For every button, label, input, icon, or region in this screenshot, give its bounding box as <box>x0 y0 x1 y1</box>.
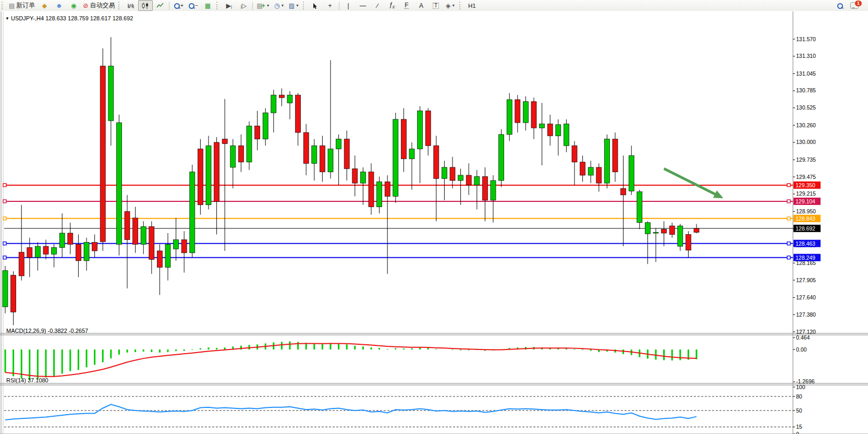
autotrade-button[interactable]: ⊘ 自动交易 <box>81 0 117 11</box>
search-button[interactable] <box>833 0 847 11</box>
new-order-icon: ▤ <box>9 3 15 9</box>
cursor-icon <box>312 3 319 9</box>
notifications-button[interactable]: 1 <box>847 0 862 11</box>
svg-text:131.310: 131.310 <box>796 53 816 59</box>
svg-text:130.525: 130.525 <box>796 104 816 111</box>
svg-text:50: 50 <box>796 407 802 414</box>
dropdown-arrow-icon: ▼ <box>280 4 284 7</box>
svg-text:100: 100 <box>796 384 805 390</box>
dropdown-arrow-icon: ▼ <box>266 4 270 7</box>
ohlc-values: 128.633 128.759 128.617 128.692 <box>45 15 133 21</box>
crosshair-button[interactable]: + <box>323 0 337 11</box>
line-chart-icon <box>156 3 164 9</box>
fibonacci-button[interactable]: F <box>399 0 414 11</box>
text-label-icon: T <box>433 3 439 9</box>
trendline-button[interactable]: ∕ <box>370 0 385 11</box>
svg-text:131.570: 131.570 <box>796 36 816 42</box>
zoom-out-button[interactable]: − <box>186 0 200 11</box>
fibonacci-icon: F <box>405 2 408 9</box>
channel-icon: ƒE <box>389 2 395 9</box>
svg-text:128.463: 128.463 <box>796 240 815 247</box>
zoom-in-icon <box>174 3 180 9</box>
vertical-line-button[interactable]: | <box>341 0 356 11</box>
template-icon: ▨ <box>289 3 295 9</box>
signals-button[interactable]: ◉ <box>66 0 81 11</box>
community-button[interactable]: ☻ <box>52 0 66 11</box>
svg-text:127.640: 127.640 <box>796 294 816 300</box>
rsi-indicator-label: RSI(14) 37.1080 <box>6 377 48 383</box>
toolbar-grip[interactable] <box>303 2 307 9</box>
crosshair-icon: + <box>328 3 332 9</box>
line-chart-mode-button[interactable] <box>153 0 167 11</box>
bar-chart-icon <box>127 3 135 9</box>
chat-bubble-icon: 1 <box>850 2 859 9</box>
symbol-period-label: USDJPY-,H4 <box>11 15 44 21</box>
cursor-button[interactable] <box>308 0 323 11</box>
periods-button[interactable]: ◷▼ <box>272 0 287 11</box>
bar-chart-mode-button[interactable] <box>124 0 138 11</box>
candlestick-icon <box>142 3 149 9</box>
chart-canvas[interactable]: 131.570131.310131.045130.785130.525130.2… <box>0 11 868 434</box>
collapse-triangle-icon[interactable]: ▼ <box>5 16 9 21</box>
svg-text:128.249: 128.249 <box>796 255 815 261</box>
equidistant-channel-button[interactable]: ƒE <box>385 0 399 11</box>
svg-text:129.215: 129.215 <box>796 190 816 197</box>
svg-text:129.350: 129.350 <box>796 182 815 188</box>
autotrade-label: 自动交易 <box>90 1 115 10</box>
toolbar-grip[interactable] <box>118 2 122 9</box>
svg-text:130.000: 130.000 <box>796 139 816 145</box>
svg-text:129.735: 129.735 <box>796 156 816 163</box>
clock-icon: ◷ <box>274 3 279 9</box>
new-order-label: 新订单 <box>16 1 35 10</box>
candle-chart-mode-button[interactable] <box>138 0 153 11</box>
chart-shift-button[interactable]: |▷ <box>236 0 251 11</box>
shapes-icon: ◈ <box>446 3 450 9</box>
dropdown-arrow-icon: ▼ <box>451 4 455 7</box>
text-label-button[interactable]: T <box>429 0 443 11</box>
svg-text:130.260: 130.260 <box>796 122 816 128</box>
svg-text:0.464: 0.464 <box>796 334 810 341</box>
notification-badge: 1 <box>855 1 862 6</box>
svg-text:127.380: 127.380 <box>796 311 816 318</box>
svg-text:15: 15 <box>796 424 802 430</box>
chart-title: ▼ USDJPY-,H4 128.633 128.759 128.617 128… <box>5 15 133 21</box>
svg-text:80: 80 <box>796 393 802 400</box>
svg-text:128.843: 128.843 <box>796 215 815 222</box>
tile-windows-button[interactable]: ▦ <box>200 0 215 11</box>
new-order-button[interactable]: ▤ 新订单 <box>7 0 37 11</box>
tile-windows-icon: ▦ <box>205 3 211 9</box>
svg-text:130.785: 130.785 <box>796 87 816 93</box>
zoom-out-icon <box>188 3 194 9</box>
auto-scroll-button[interactable]: ▶| <box>222 0 236 11</box>
macd-indicator-label: MACD(12,26,9) -0.3822 -0.2657 <box>6 328 88 334</box>
toolbar-grip[interactable] <box>459 2 463 9</box>
indicators-button[interactable]: ▤+▼ <box>254 0 272 11</box>
svg-text:129.104: 129.104 <box>796 198 815 204</box>
svg-text:131.045: 131.045 <box>796 70 816 77</box>
text-icon: A <box>419 3 423 9</box>
toolbar-grip[interactable] <box>2 2 5 9</box>
svg-text:127.905: 127.905 <box>796 277 816 283</box>
templates-button[interactable]: ▨▼ <box>287 0 301 11</box>
toolbar-grip[interactable] <box>216 2 220 9</box>
rsi-value: 37.1080 <box>28 377 48 383</box>
timeframe-button-H1[interactable]: H1 <box>464 0 483 11</box>
person-icon: ☻ <box>56 3 63 9</box>
profiles-button[interactable]: ◆ <box>37 0 52 11</box>
arrows-button[interactable]: ◈▼ <box>443 0 458 11</box>
svg-text:0: 0 <box>796 431 799 434</box>
signal-icon: ◉ <box>71 3 76 9</box>
profile-diamond-icon: ◆ <box>42 3 47 9</box>
zoom-in-button[interactable]: + <box>171 0 186 11</box>
horizontal-line-button[interactable]: — <box>356 0 370 11</box>
vertical-line-icon: | <box>347 3 349 9</box>
trendline-icon: ∕ <box>377 3 378 9</box>
toolbar: ▤ 新订单 ◆ ☻ ◉ ⊘ 自动交易 + − ▦ ▶| |▷ ▤+▼ ◷▼ ▨▼… <box>0 0 868 11</box>
svg-text:0.00: 0.00 <box>796 346 807 353</box>
svg-text:128.692: 128.692 <box>796 225 815 232</box>
auto-scroll-icon: ▶| <box>226 3 232 9</box>
search-icon <box>837 3 843 9</box>
autotrade-icon: ⊘ <box>83 3 88 9</box>
horizontal-line-icon: — <box>360 3 366 9</box>
text-button[interactable]: A <box>414 0 429 11</box>
